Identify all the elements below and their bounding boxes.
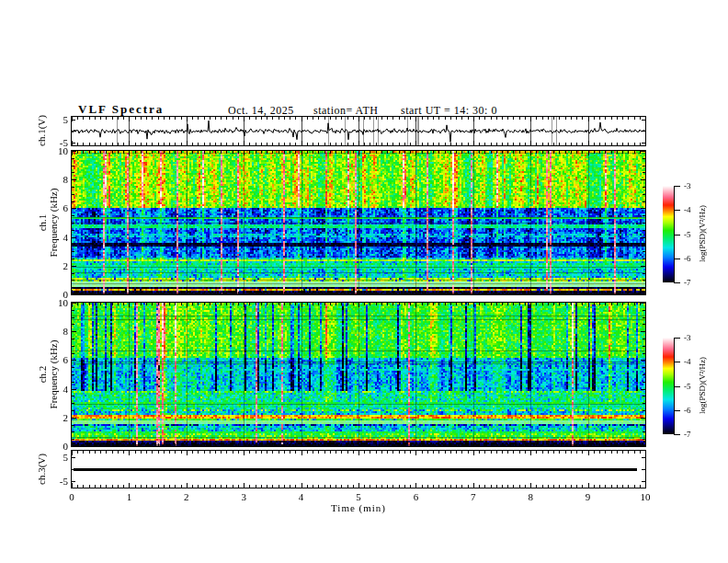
tick [100,303,101,305]
tick [100,143,101,145]
tick [643,259,645,259]
tick [198,451,199,454]
tick [198,117,199,120]
tick [445,303,446,305]
tick [643,425,645,426]
tick [313,292,313,294]
tick [381,143,382,145]
tick [594,451,595,454]
tick [72,396,74,396]
ytick-wave1-top: 5 [46,114,68,125]
tick [307,151,308,154]
tick [152,485,153,488]
tick [175,485,176,488]
tick [370,292,370,294]
tick [330,485,331,488]
tick [404,117,405,120]
tick [210,117,210,120]
tick [643,339,645,339]
tick [507,451,508,454]
tick [415,117,416,121]
tick [582,443,583,446]
tick [301,290,302,294]
tick [89,303,90,305]
tick [83,151,84,154]
tick [599,443,600,446]
tick [72,310,74,311]
tick [146,303,147,305]
tick [77,151,78,154]
tick [146,443,147,446]
tick [307,485,308,488]
tick [502,292,503,294]
tick [347,292,348,294]
tick [605,117,606,120]
tick [279,292,279,294]
ylabel-spec2-freq: Frequency (kHz) [48,340,59,409]
colorbar-axis-line [674,338,675,434]
tick [146,292,147,294]
tick [313,151,313,154]
tick [643,346,645,347]
tick [387,303,388,305]
tick [244,290,245,294]
tick [233,292,233,294]
tick [204,485,205,488]
tick [387,451,388,454]
colorbar-axis-line [674,186,675,282]
tick [525,117,526,120]
tick [565,292,566,294]
tick [643,431,645,432]
tick [164,292,165,294]
tick [376,443,377,446]
tick [89,143,90,145]
tick [479,451,480,454]
tick [353,151,354,154]
tick [77,117,78,120]
tick [204,443,205,446]
tick [318,443,319,446]
tick [634,143,635,145]
tick [381,292,382,294]
tick [192,292,193,294]
tick [588,151,589,155]
tick [341,443,342,446]
tick [507,143,508,145]
tick [491,443,492,446]
tick [135,451,136,454]
tick [358,451,359,455]
tick [611,485,612,488]
colorbar-tick-label: -4 [684,357,691,366]
tick [640,451,641,454]
tick [450,485,451,488]
tick [158,117,159,120]
tick [643,324,645,325]
tick [295,443,296,446]
tick [295,143,296,145]
tick [519,303,520,305]
tick [576,143,577,145]
tick [112,485,113,488]
tick [370,117,370,120]
tick [643,187,645,188]
tick [525,443,526,446]
tick [473,117,474,121]
tick [628,451,629,454]
colorbar-tick [674,186,680,187]
tick [422,151,423,154]
tick [473,451,474,455]
tick [468,151,469,154]
tick [226,451,227,454]
tick [77,451,78,454]
tick [536,117,537,120]
tick [272,443,273,446]
tick [519,117,520,120]
tick [313,303,313,305]
tick [175,143,176,145]
tick [381,485,382,488]
tick [313,117,313,120]
tick [491,485,492,488]
tick [336,117,336,120]
tick [450,117,451,120]
tick [72,324,74,325]
